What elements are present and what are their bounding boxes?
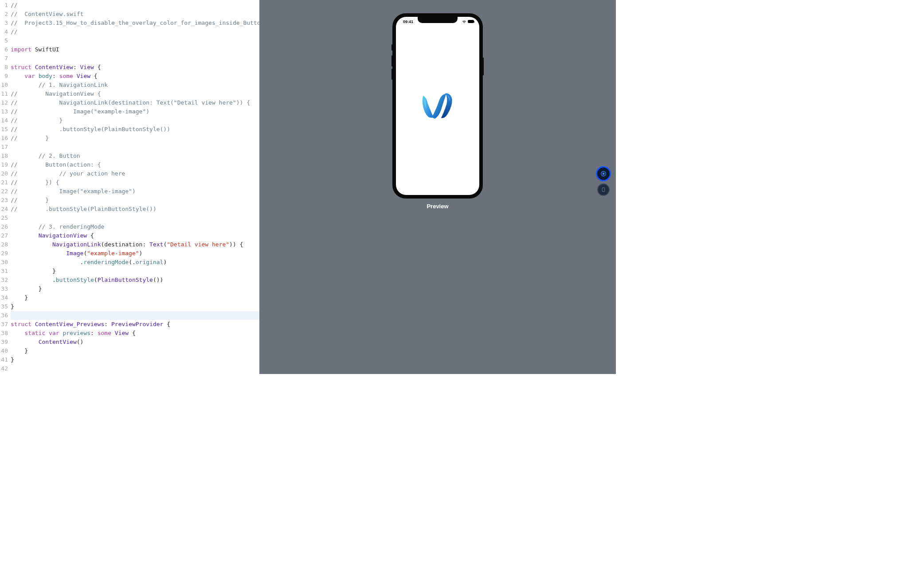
line-number: 42 xyxy=(0,364,10,373)
code-line[interactable]: struct ContentView_Previews: PreviewProv… xyxy=(11,320,259,329)
line-number: 29 xyxy=(0,249,10,258)
code-line[interactable]: // 3. renderingMode xyxy=(11,222,259,231)
line-number: 26 xyxy=(0,222,10,231)
status-indicators xyxy=(462,20,474,23)
code-line[interactable]: } xyxy=(11,284,259,293)
device-icon xyxy=(600,187,607,193)
code-line[interactable]: // 1. NavigationLink xyxy=(11,81,259,90)
code-line[interactable]: // xyxy=(11,27,259,36)
line-number: 21 xyxy=(0,178,10,187)
code-line[interactable]: } xyxy=(11,355,259,364)
simulator-device-frame: 09:41 xyxy=(392,13,483,199)
line-number: 4 xyxy=(0,27,10,36)
code-line[interactable]: // } xyxy=(11,116,259,125)
code-line[interactable]: // Button(action: { xyxy=(11,160,259,169)
line-number: 12 xyxy=(0,98,10,107)
svg-rect-2 xyxy=(602,188,604,192)
line-number: 15 xyxy=(0,125,10,134)
code-line[interactable]: // } xyxy=(11,134,259,143)
code-line[interactable]: // Project3.15_How_to_disable_the_overla… xyxy=(11,19,259,27)
line-number: 17 xyxy=(0,143,10,152)
line-number: 39 xyxy=(0,338,10,347)
code-line[interactable]: NavigationLink(destination: Text("Detail… xyxy=(11,240,259,249)
live-preview-button[interactable] xyxy=(597,168,610,180)
line-number: 5 xyxy=(0,36,10,45)
line-number: 16 xyxy=(0,134,10,143)
line-number: 18 xyxy=(0,152,10,160)
device-settings-button[interactable] xyxy=(597,183,610,196)
line-number: 14 xyxy=(0,116,10,125)
line-number: 7 xyxy=(0,54,10,63)
device-notch xyxy=(418,17,458,23)
code-line[interactable] xyxy=(11,214,259,222)
code-line[interactable]: // NavigationView { xyxy=(11,90,259,98)
line-number: 38 xyxy=(0,329,10,338)
code-line[interactable]: // .buttonStyle(PlainButtonStyle()) xyxy=(11,125,259,134)
code-line[interactable] xyxy=(11,311,259,320)
code-area[interactable]: //// ContentView.swift// Project3.15_How… xyxy=(10,0,259,374)
code-line[interactable]: } xyxy=(11,267,259,276)
code-line[interactable] xyxy=(11,364,259,373)
line-number: 31 xyxy=(0,267,10,276)
code-line[interactable] xyxy=(11,54,259,63)
code-line[interactable]: // NavigationLink(destination: Text("Det… xyxy=(11,98,259,107)
line-number-gutter: 1234567891011121314151617181920212223242… xyxy=(0,0,10,374)
canvas-preview-pane: 09:41 xyxy=(259,0,616,374)
line-number: 20 xyxy=(0,169,10,178)
code-line[interactable]: // Image("example-image") xyxy=(11,187,259,196)
line-number: 9 xyxy=(0,72,10,81)
play-circle-icon xyxy=(600,171,607,177)
line-number: 25 xyxy=(0,214,10,222)
line-number: 34 xyxy=(0,293,10,302)
example-image[interactable] xyxy=(420,90,455,121)
device-silence-switch xyxy=(392,44,392,51)
line-number: 33 xyxy=(0,284,10,293)
code-line[interactable]: Image("example-image") xyxy=(11,249,259,258)
line-number: 37 xyxy=(0,320,10,329)
line-number: 36 xyxy=(0,311,10,320)
code-line[interactable]: } xyxy=(11,293,259,302)
code-line[interactable]: .renderingMode(.original) xyxy=(11,258,259,267)
code-line[interactable]: // }) { xyxy=(11,178,259,187)
code-line[interactable]: var body: some View { xyxy=(11,72,259,81)
code-line[interactable] xyxy=(11,143,259,152)
line-number: 19 xyxy=(0,160,10,169)
code-line[interactable]: ContentView() xyxy=(11,338,259,347)
wifi-icon xyxy=(462,20,466,23)
line-number: 22 xyxy=(0,187,10,196)
battery-icon xyxy=(468,20,474,23)
line-number: 13 xyxy=(0,107,10,116)
line-number: 30 xyxy=(0,258,10,267)
code-line[interactable]: // } xyxy=(11,196,259,205)
code-line[interactable]: // xyxy=(11,1,259,10)
line-number: 41 xyxy=(0,355,10,364)
code-line[interactable]: } xyxy=(11,302,259,311)
device-power-button xyxy=(483,58,484,75)
code-line[interactable] xyxy=(11,36,259,45)
line-number: 8 xyxy=(0,63,10,72)
line-number: 3 xyxy=(0,19,10,27)
line-number: 1 xyxy=(0,1,10,10)
line-number: 40 xyxy=(0,347,10,355)
svg-rect-1 xyxy=(603,173,604,175)
code-line[interactable]: } xyxy=(11,347,259,355)
simulator-screen[interactable]: 09:41 xyxy=(396,17,479,195)
code-line[interactable]: struct ContentView: View { xyxy=(11,63,259,72)
code-line[interactable]: import SwiftUI xyxy=(11,45,259,54)
line-number: 24 xyxy=(0,205,10,214)
code-line[interactable]: NavigationView { xyxy=(11,231,259,240)
line-number: 35 xyxy=(0,302,10,311)
status-time: 09:41 xyxy=(403,19,413,24)
code-line[interactable]: // 2. Button xyxy=(11,152,259,160)
code-editor-pane: 1234567891011121314151617181920212223242… xyxy=(0,0,259,374)
code-line[interactable]: // // your action here xyxy=(11,169,259,178)
code-line[interactable]: // ContentView.swift xyxy=(11,10,259,19)
code-line[interactable]: // .buttonStyle(PlainButtonStyle()) xyxy=(11,205,259,214)
code-line[interactable]: // Image("example-image") xyxy=(11,107,259,116)
preview-label: Preview xyxy=(427,203,448,210)
code-line[interactable]: static var previews: some View { xyxy=(11,329,259,338)
code-line[interactable]: .buttonStyle(PlainButtonStyle()) xyxy=(11,276,259,284)
line-number: 2 xyxy=(0,10,10,19)
line-number: 10 xyxy=(0,81,10,90)
line-number: 28 xyxy=(0,240,10,249)
